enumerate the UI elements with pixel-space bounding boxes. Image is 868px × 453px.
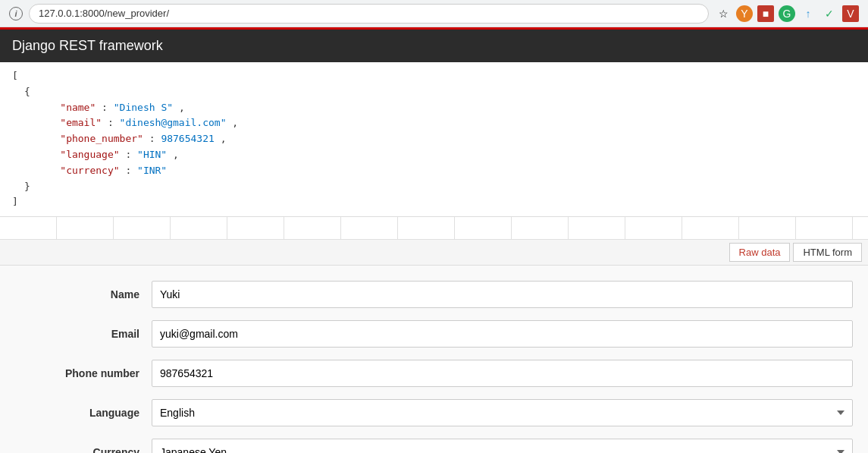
json-close-bracket: ] [12, 196, 18, 207]
select-currency[interactable]: Japanese Yen Indian Rupee (INR) US Dolla… [152, 439, 853, 453]
input-phone[interactable] [152, 360, 853, 387]
json-key-email: "email" [36, 117, 102, 128]
input-email[interactable] [152, 320, 853, 348]
extension-icon-1[interactable]: Y [736, 5, 753, 22]
json-value-name: "Dinesh S" [114, 102, 173, 113]
json-open-bracket: [ [12, 70, 18, 81]
extension-icon-3[interactable]: G [779, 5, 795, 22]
json-value-email: "dinesh@gmail.com" [120, 117, 227, 128]
extension-icon-5[interactable]: ✓ [821, 5, 838, 22]
label-phone: Phone number [15, 367, 152, 379]
json-value-phone: 987654321 [161, 133, 214, 144]
browser-icons: ☆ Y ■ G ↑ ✓ V [715, 5, 859, 22]
tab-html-form[interactable]: HTML form [793, 243, 862, 262]
json-obj-open: { [24, 86, 30, 97]
json-value-currency: "INR" [137, 165, 167, 176]
extension-icon-2[interactable]: ■ [757, 5, 774, 22]
extension-icon-6[interactable]: V [842, 5, 859, 22]
select-language[interactable]: English Hindi Japanese French Spanish [152, 399, 853, 426]
extension-icon-4[interactable]: ↑ [800, 5, 816, 22]
json-key-phone: "phone_number" [36, 133, 143, 144]
json-value-language: "HIN" [137, 149, 167, 160]
json-key-language: "language" [36, 149, 120, 160]
json-response: [ { "name" : "Dinesh S" , "email" : "din… [0, 62, 868, 217]
form-area: Name Email Phone number Language English… [0, 266, 868, 453]
browser-bar: i 127.0.0.1:8000/new_provider/ ☆ Y ■ G ↑… [0, 0, 868, 27]
info-icon: i [9, 7, 23, 20]
form-row-phone: Phone number [0, 360, 868, 387]
grid-area [0, 217, 868, 240]
form-row-currency: Currency Japanese Yen Indian Rupee (INR)… [0, 439, 868, 453]
form-row-email: Email [0, 320, 868, 348]
json-key-name: "name" [36, 102, 96, 113]
url-bar[interactable]: 127.0.0.1:8000/new_provider/ [29, 4, 709, 24]
app-header: Django REST framework [0, 27, 868, 62]
label-name: Name [15, 288, 152, 300]
form-row-name: Name [0, 281, 868, 308]
app-title: Django REST framework [12, 38, 163, 54]
label-currency: Currency [15, 446, 152, 453]
json-obj-close: } [24, 181, 30, 192]
tabs-area: Raw data HTML form [0, 240, 868, 266]
label-email: Email [15, 328, 152, 340]
tab-raw-data[interactable]: Raw data [729, 243, 791, 262]
input-name[interactable] [152, 281, 853, 308]
url-text: 127.0.0.1:8000/new_provider/ [39, 8, 169, 19]
star-icon[interactable]: ☆ [715, 5, 732, 22]
label-language: Language [15, 407, 152, 419]
form-row-language: Language English Hindi Japanese French S… [0, 399, 868, 426]
json-key-currency: "currency" [36, 165, 120, 176]
